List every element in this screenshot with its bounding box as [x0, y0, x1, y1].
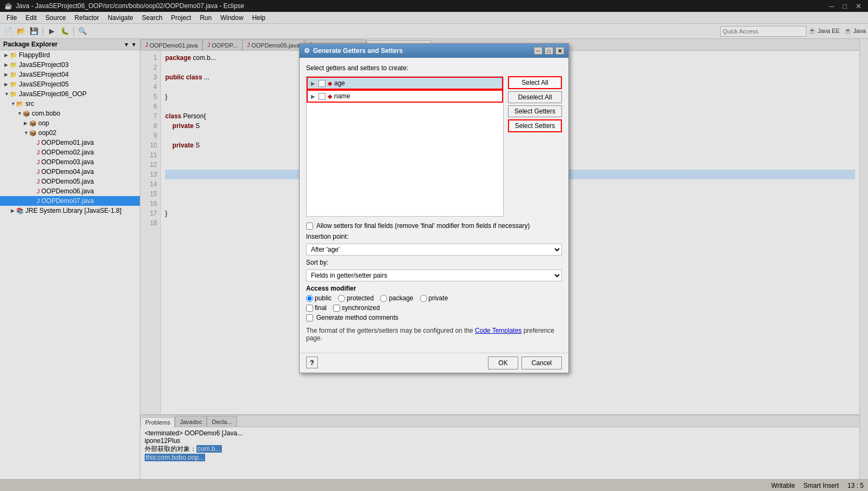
access-modifier-header: Access modifier [306, 285, 562, 292]
allow-setters-final-checkbox[interactable] [306, 223, 313, 230]
sort-by-label: Sort by: [306, 259, 328, 266]
insertion-point-row: Insertion point: [306, 233, 562, 240]
select-setters-button[interactable]: Select Setters [508, 119, 562, 132]
generate-comments-row: Generate method comments [306, 314, 562, 321]
field-type-icon-age: ◆ [328, 80, 332, 87]
field-type-icon-name: ◆ [328, 93, 332, 100]
select-getters-button[interactable]: Select Getters [508, 105, 562, 117]
allow-setters-final-label: Allow setters for final fields (remove '… [316, 222, 530, 230]
radio-public-label: public [315, 294, 331, 302]
dialog-title-bar: ⚙ Generate Getters and Setters ─ □ ✕ [300, 44, 568, 58]
cancel-button[interactable]: Cancel [521, 357, 562, 369]
radio-private[interactable]: private [420, 294, 448, 302]
radio-package[interactable]: package [380, 294, 413, 302]
generate-comments-label: Generate method comments [316, 314, 398, 321]
radio-public-input[interactable] [306, 295, 313, 302]
radio-package-label: package [389, 294, 413, 302]
dialog-title-icon: ⚙ [304, 47, 310, 55]
help-button[interactable]: ? [306, 357, 318, 368]
field-expand-age: ▶ [311, 80, 318, 86]
modifier-checkboxes: final synchronized [306, 304, 562, 312]
actions-spacer [321, 357, 485, 369]
field-checkbox-name[interactable] [318, 93, 326, 100]
radio-private-input[interactable] [420, 295, 427, 302]
radio-private-label: private [429, 294, 448, 302]
dialog-body: Select getters and setters to create: ▶ … [300, 58, 568, 348]
sort-by-row: Sort by: [306, 259, 562, 266]
field-name-age: age [334, 79, 345, 87]
fields-list[interactable]: ▶ ◆ age ▶ ◆ name [306, 76, 504, 217]
checkbox-synchronized-input[interactable] [333, 305, 340, 312]
dialog-title-left: ⚙ Generate Getters and Setters [304, 47, 403, 55]
dialog-close-btn[interactable]: ✕ [555, 47, 564, 55]
ok-button[interactable]: OK [488, 357, 518, 369]
checkbox-synchronized[interactable]: synchronized [333, 304, 380, 312]
dialog-title-text: Generate Getters and Setters [313, 47, 403, 55]
checkbox-final[interactable]: final [306, 304, 327, 312]
field-checkbox-age[interactable] [318, 80, 326, 87]
insertion-point-label: Insertion point: [306, 233, 349, 240]
radio-protected-label: protected [347, 294, 374, 302]
sort-by-select-row: Fields in getter/setter pairs Alphabetic… [306, 270, 562, 281]
deselect-all-button[interactable]: Deselect All [508, 91, 562, 103]
field-item-name[interactable]: ▶ ◆ name [307, 90, 503, 103]
dialog-footer: The format of the getters/setters may be… [306, 327, 562, 342]
dialog-description: Select getters and setters to create: [306, 64, 562, 72]
radio-public[interactable]: public [306, 294, 331, 302]
insertion-point-select-row: After 'age' After 'name' First method La… [306, 244, 562, 255]
code-templates-link[interactable]: Code Templates [475, 327, 522, 334]
allow-setters-final-row: Allow setters for final fields (remove '… [306, 222, 562, 230]
insertion-point-select[interactable]: After 'age' After 'name' First method La… [306, 244, 562, 255]
radio-protected-input[interactable] [338, 295, 345, 302]
dialog-options: Allow setters for final fields (remove '… [306, 222, 562, 342]
generate-comments-checkbox[interactable] [306, 314, 313, 321]
field-name-name: name [334, 92, 350, 100]
field-item-age[interactable]: ▶ ◆ age [307, 77, 503, 90]
footer-text: The format of the getters/setters may be… [306, 327, 475, 334]
checkbox-synchronized-label: synchronized [342, 304, 380, 312]
select-all-button[interactable]: Select All [508, 76, 562, 89]
dialog-buttons-col: Select All Deselect All Select Getters S… [508, 76, 562, 217]
generate-getters-setters-dialog: ⚙ Generate Getters and Setters ─ □ ✕ Sel… [299, 43, 569, 373]
radio-package-input[interactable] [380, 295, 387, 302]
dialog-actions: ? OK Cancel [300, 353, 568, 373]
dialog-overlay: ⚙ Generate Getters and Setters ─ □ ✕ Sel… [0, 0, 868, 491]
dialog-split: ▶ ◆ age ▶ ◆ name Select All Desel [306, 76, 562, 217]
radio-protected[interactable]: protected [338, 294, 374, 302]
field-expand-name: ▶ [311, 93, 318, 99]
dialog-maximize-btn[interactable]: □ [545, 47, 553, 55]
sort-by-select[interactable]: Fields in getter/setter pairs Alphabetic… [306, 270, 562, 281]
dialog-minimize-btn[interactable]: ─ [534, 47, 542, 55]
checkbox-final-input[interactable] [306, 305, 313, 312]
access-modifier-radios: public protected package private [306, 294, 562, 302]
checkbox-final-label: final [315, 304, 327, 312]
dialog-title-controls: ─ □ ✕ [534, 47, 564, 55]
